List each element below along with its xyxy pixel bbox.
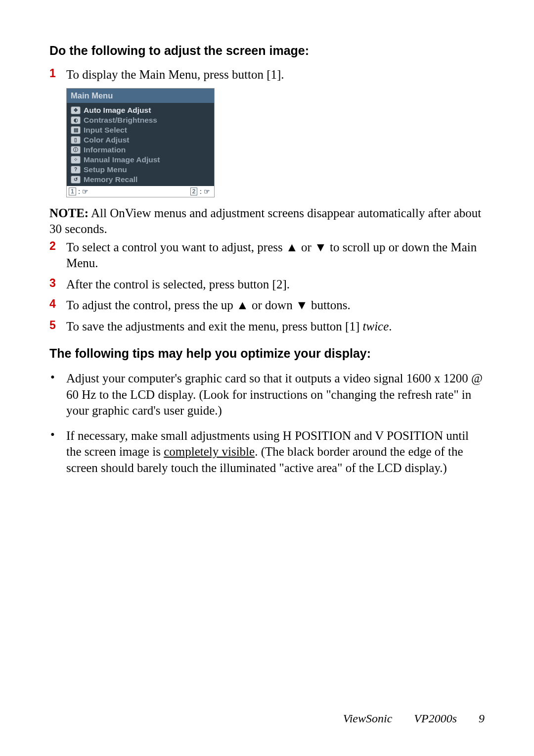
osd-item-label: Contrast/Brightness [84, 116, 157, 125]
footer-brand: ViewSonic [343, 712, 393, 725]
question-icon: ? [71, 166, 81, 174]
osd-item-label: Memory Recall [84, 175, 137, 184]
step-5-text-c: . [389, 320, 392, 333]
osd-item-input-select: ▤ Input Select [71, 126, 210, 135]
osd-item-contrast-brightness: ◐ Contrast/Brightness [71, 116, 210, 125]
osd-item-color-adjust: ▯ Color Adjust [71, 136, 210, 144]
note-block: NOTE: All OnView menus and adjustment sc… [49, 205, 485, 237]
recall-icon: ↺ [71, 176, 81, 184]
step-1: 1 To display the Main Menu, press button… [49, 67, 485, 83]
osd-screenshot: Main Menu ✥ Auto Image Adjust ◐ Contrast… [66, 88, 215, 197]
page-footer: ViewSonic VP2000s 9 [343, 712, 485, 725]
note-text: All OnView menus and adjustment screens … [49, 206, 481, 236]
step-5-text: To save the adjustments and exit the men… [66, 319, 485, 335]
osd-footer-left-sym: : ☞ [78, 188, 89, 195]
tip-1-text: Adjust your computer's graphic card so t… [66, 371, 485, 419]
input-icon: ▤ [71, 126, 81, 134]
tip-2-text: If necessary, make small adjustments usi… [66, 428, 485, 476]
osd-footer-right-sym: : ☞ [199, 188, 210, 195]
step-5-num: 5 [49, 319, 66, 332]
osd-item-setup-menu: ? Setup Menu [71, 165, 210, 174]
tip-2-underline: completely visible [164, 445, 255, 458]
contrast-icon: ◐ [71, 116, 81, 124]
step-1-text: To display the Main Menu, press button [… [66, 67, 485, 83]
osd-item-auto-image-adjust: ✥ Auto Image Adjust [71, 106, 210, 115]
step-5: 5 To save the adjustments and exit the m… [49, 319, 485, 335]
step-3-num: 3 [49, 277, 66, 290]
osd-footer-right-num: 2 [190, 188, 198, 195]
footer-model: VP2000s [414, 712, 457, 725]
tip-1: • Adjust your computer's graphic card so… [49, 371, 485, 419]
info-icon: ⓘ [71, 146, 81, 154]
osd-footer-left: 1 : ☞ [69, 188, 89, 195]
osd-item-memory-recall: ↺ Memory Recall [71, 175, 210, 184]
osd-item-label: Information [84, 145, 126, 154]
osd-item-label: Setup Menu [84, 165, 127, 174]
step-3-text: After the control is selected, press but… [66, 277, 485, 293]
heading-adjust-image: Do the following to adjust the screen im… [49, 44, 485, 58]
osd-item-information: ⓘ Information [71, 145, 210, 154]
step-2-num: 2 [49, 239, 66, 253]
tip-2: • If necessary, make small adjustments u… [49, 428, 485, 476]
color-icon: ▯ [71, 136, 81, 144]
osd-item-label: Auto Image Adjust [84, 106, 151, 115]
bullet-icon: • [49, 428, 66, 442]
osd-item-manual-image-adjust: ⁘ Manual Image Adjust [71, 155, 210, 164]
step-4-num: 4 [49, 297, 66, 311]
manual-adjust-icon: ⁘ [71, 156, 81, 164]
step-5-text-twice: twice [363, 320, 389, 333]
osd-footer-left-num: 1 [69, 188, 76, 195]
osd-item-label: Input Select [84, 126, 127, 135]
osd-item-label: Manual Image Adjust [84, 155, 160, 164]
step-4-text: To adjust the control, press the up ▲ or… [66, 297, 485, 314]
osd-body: ✥ Auto Image Adjust ◐ Contrast/Brightnes… [67, 103, 214, 186]
step-1-num: 1 [49, 67, 66, 80]
step-5-text-a: To save the adjustments and exit the men… [66, 320, 363, 333]
move-icon: ✥ [71, 106, 81, 114]
osd-footer-right: 2 : ☞ [190, 188, 210, 195]
osd-title: Main Menu [67, 89, 214, 103]
footer-page: 9 [479, 712, 485, 725]
note-label: NOTE: [49, 206, 89, 220]
osd-item-label: Color Adjust [84, 136, 129, 144]
step-3: 3 After the control is selected, press b… [49, 277, 485, 293]
step-2: 2 To select a control you want to adjust… [49, 239, 485, 272]
step-2-text: To select a control you want to adjust, … [66, 239, 485, 272]
osd-footer: 1 : ☞ 2 : ☞ [67, 186, 214, 197]
bullet-icon: • [49, 371, 66, 384]
step-4: 4 To adjust the control, press the up ▲ … [49, 297, 485, 314]
heading-tips: The following tips may help you optimize… [49, 346, 485, 361]
